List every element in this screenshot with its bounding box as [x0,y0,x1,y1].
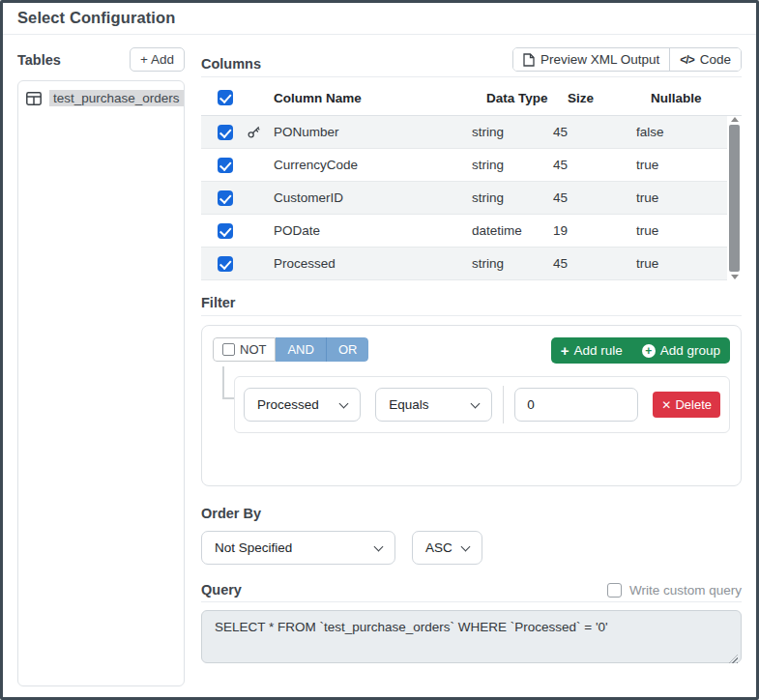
write-custom-query-label: Write custom query [629,583,742,598]
add-rule-label: Add rule [573,343,622,358]
dialog-content: Tables + Add test_purchase_orders [3,35,756,697]
or-condition-button[interactable]: OR [326,337,369,362]
filter-group-box: NOT AND OR + Add rule + Add group [201,325,742,486]
primary-key-icon [247,125,274,139]
scroll-down-arrow-icon[interactable] [731,275,739,279]
nullable-cell: true [636,223,721,238]
rule-operator-value: Equals [389,397,428,412]
add-rule-button[interactable]: + Add rule [551,337,632,364]
order-direction-select[interactable]: ASC [412,531,482,565]
configuration-panel: Columns Preview XML Output </> C [201,47,742,686]
rule-field-select[interactable]: Processed [244,388,361,422]
tables-panel: Tables + Add test_purchase_orders [17,47,185,686]
column-name-cell: CurrencyCode [274,158,472,172]
size-cell: 45 [553,256,636,271]
add-table-button[interactable]: + Add [130,47,185,72]
table-name: test_purchase_orders [49,90,184,106]
chevron-down-icon [471,398,481,408]
chevron-down-icon [461,541,471,551]
columns-scrollbar[interactable] [727,116,742,280]
column-row: Processed string 45 true [201,248,727,280]
rule-operator-select[interactable]: Equals [375,388,492,422]
table-icon [26,92,42,105]
write-custom-query-checkbox[interactable] [607,583,622,598]
data-type-cell: string [472,158,553,172]
rule-connector-vertical [222,366,224,399]
size-cell: 45 [553,158,636,172]
scrollbar-thumb[interactable] [729,125,740,272]
delete-rule-button[interactable]: ✕ Delete [653,392,720,418]
row-checkbox[interactable] [218,190,233,206]
filter-actions: + Add rule + Add group [551,337,730,364]
data-type-cell: string [472,190,553,205]
chevron-down-icon [374,541,384,551]
nullable-cell: false [636,125,721,139]
data-type-cell: datetime [472,223,553,238]
size-cell: 19 [553,223,636,238]
data-type-cell: string [472,256,553,271]
row-checkbox[interactable] [218,125,233,140]
not-checkbox[interactable] [222,343,235,356]
code-icon: </> [680,53,693,67]
plus-icon: + [561,343,569,358]
page-title: Select Configuration [3,3,756,35]
header-nullable: Nullable [651,91,736,105]
scroll-up-arrow-icon[interactable] [731,117,739,122]
query-label: Query [201,582,242,598]
tables-list: test_purchase_orders [17,80,185,686]
rule-value-input[interactable] [514,388,638,422]
chevron-down-icon [339,398,349,408]
data-type-cell: string [472,125,553,139]
order-by-controls: Not Specified ASC [201,531,742,565]
columns-divider [201,76,742,77]
column-row: CustomerID string 45 true [201,182,727,215]
table-list-item[interactable]: test_purchase_orders [26,90,176,106]
columns-table-header: Column Name Data Type Size Nullable [201,80,742,116]
column-row: CurrencyCode string 45 true [201,149,727,182]
header-size: Size [568,91,651,105]
write-custom-query-toggle[interactable]: Write custom query [607,583,742,598]
row-checkbox[interactable] [218,256,233,272]
order-by-field-value: Not Specified [215,540,292,555]
order-direction-value: ASC [425,540,452,555]
order-by-field-select[interactable]: Not Specified [201,531,395,565]
row-checkbox[interactable] [218,158,233,173]
column-name-cell: Processed [274,256,472,271]
rule-field-value: Processed [257,397,319,412]
add-group-button[interactable]: + Add group [632,337,730,364]
filter-label: Filter [201,295,742,310]
filter-divider [201,315,742,316]
filter-rule: Processed Equals ✕ Delete [234,376,730,433]
rule-connector-horizontal [222,397,234,399]
size-cell: 45 [553,190,636,205]
column-name-cell: CustomerID [274,190,472,205]
nullable-cell: true [636,256,721,271]
rule-separator [503,386,504,423]
columns-table-rows: PONumber string 45 false CurrencyCode st… [201,116,727,280]
row-checkbox[interactable] [218,223,233,239]
columns-label: Columns [201,56,261,72]
select-all-checkbox[interactable] [218,90,233,105]
column-name-cell: PONumber [274,125,472,139]
delete-label: Delete [675,397,712,412]
column-row: PONumber string 45 false [201,116,727,149]
not-label: NOT [240,342,266,357]
nullable-cell: true [636,190,721,205]
query-textarea[interactable]: SELECT * FROM `test_purchase_orders` WHE… [201,610,742,663]
add-group-label: Add group [660,343,720,358]
preview-xml-output-label: Preview XML Output [540,52,659,67]
code-button[interactable]: </> Code [669,48,741,71]
select-configuration-dialog: Select Configuration Tables + Add te [0,0,759,700]
header-data-type: Data Type [486,91,568,105]
code-button-label: Code [700,52,731,67]
document-icon [523,53,535,67]
and-condition-button[interactable]: AND [276,337,325,362]
output-buttons: Preview XML Output </> Code [512,47,742,72]
size-cell: 45 [553,125,636,139]
x-icon: ✕ [661,398,671,412]
header-column-name: Column Name [274,91,486,105]
not-toggle-button[interactable]: NOT [213,337,276,362]
condition-group: NOT AND OR [213,337,368,362]
column-name-cell: PODate [274,223,472,238]
preview-xml-output-button[interactable]: Preview XML Output [513,48,669,71]
